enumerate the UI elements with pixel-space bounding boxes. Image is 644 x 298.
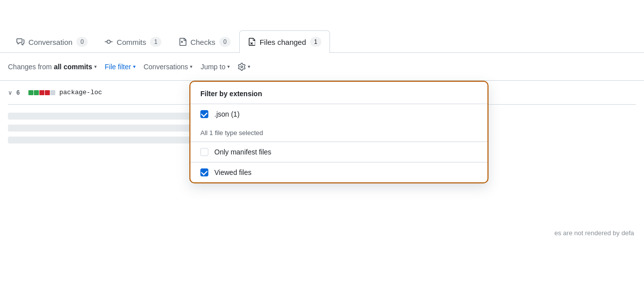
diff-block-1 xyxy=(28,90,33,95)
viewed-filter-checkbox[interactable] xyxy=(200,168,208,176)
file-filter-dropdown: Filter by extension .json (1) All 1 file… xyxy=(189,81,488,183)
changes-from-chevron: ▾ xyxy=(94,64,97,69)
tab-conversation-badge: 0 xyxy=(76,37,88,47)
file-filter-chevron: ▾ xyxy=(133,64,136,69)
commits-icon xyxy=(105,38,113,46)
conversation-icon xyxy=(16,38,24,46)
viewed-filter-label: Viewed files xyxy=(214,168,251,176)
tab-conversation[interactable]: Conversation 0 xyxy=(8,30,96,53)
tab-commits-badge: 1 xyxy=(150,37,161,47)
tab-conversation-label: Conversation xyxy=(28,38,72,46)
changes-from-value: all commits xyxy=(54,63,92,71)
tab-checks[interactable]: Checks 0 xyxy=(170,30,239,53)
manifest-filter-label: Only manifest files xyxy=(214,148,271,156)
manifest-filter-checkbox[interactable] xyxy=(200,148,208,156)
tab-commits-label: Commits xyxy=(117,38,146,46)
gear-icon xyxy=(238,63,246,71)
changes-from-prefix: Changes from xyxy=(8,63,52,71)
diff-block-2 xyxy=(34,90,39,95)
jump-to-label: Jump to xyxy=(200,63,225,71)
file-row-name: package-loc xyxy=(59,89,102,96)
file-filter-button[interactable]: File filter ▾ xyxy=(105,63,136,71)
manifest-filter-item[interactable]: Only manifest files xyxy=(190,142,487,162)
tab-commits[interactable]: Commits 1 xyxy=(96,30,170,53)
toolbar: Changes from all commits ▾ File filter ▾… xyxy=(0,53,644,81)
file-filter-label: File filter xyxy=(105,63,131,71)
settings-chevron: ▾ xyxy=(248,64,250,69)
diff-block-5 xyxy=(50,90,55,95)
json-filter-label: .json (1) xyxy=(214,110,240,118)
files-changed-icon xyxy=(248,38,256,46)
tab-files-changed[interactable]: Files changed 1 xyxy=(239,30,330,53)
tab-files-changed-label: Files changed xyxy=(260,38,306,46)
background-text: es are not rendered by defa xyxy=(554,229,634,237)
file-row-chevron[interactable]: ∨ xyxy=(8,89,12,96)
jump-to-button[interactable]: Jump to ▾ xyxy=(200,63,230,71)
json-filter-checkbox[interactable] xyxy=(200,110,208,118)
checks-icon xyxy=(178,38,186,46)
json-filter-item[interactable]: .json (1) xyxy=(190,104,487,124)
tab-checks-badge: 0 xyxy=(219,37,231,47)
tab-bar: Conversation 0 Commits 1 Checks 0 Files … xyxy=(0,0,644,53)
conversations-chevron: ▾ xyxy=(190,64,192,69)
settings-button[interactable]: ▾ xyxy=(238,63,250,71)
dropdown-title: Filter by extension xyxy=(190,82,487,104)
diff-block-3 xyxy=(39,90,44,95)
dropdown-status-text: All 1 file type selected xyxy=(190,124,487,142)
viewed-filter-item[interactable]: Viewed files xyxy=(190,162,487,182)
conversations-label: Conversations xyxy=(144,63,188,71)
tab-checks-label: Checks xyxy=(190,38,215,46)
jump-to-chevron: ▾ xyxy=(227,64,230,69)
diff-block-4 xyxy=(45,90,50,95)
conversations-button[interactable]: Conversations ▾ xyxy=(144,63,193,71)
tab-files-changed-badge: 1 xyxy=(310,37,322,47)
diff-stat-bar xyxy=(28,90,55,95)
changes-from-selector[interactable]: Changes from all commits ▾ xyxy=(8,63,97,71)
file-row-count: 6 xyxy=(16,89,24,96)
